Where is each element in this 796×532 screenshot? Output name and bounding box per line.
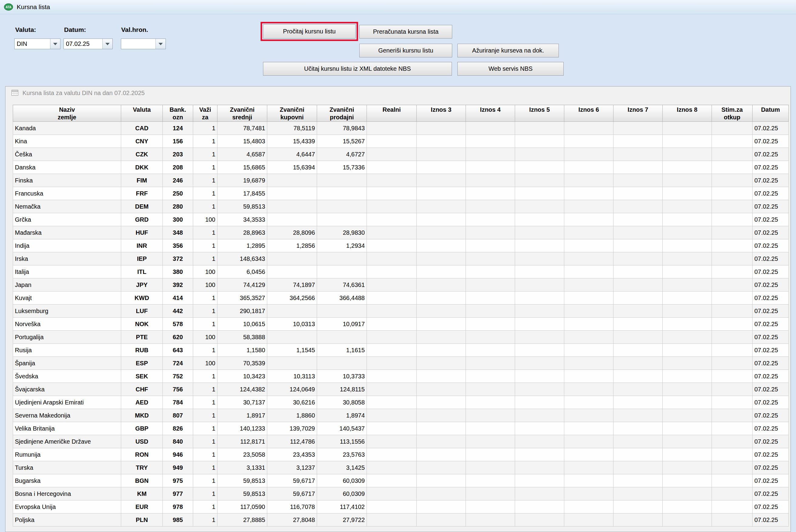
cell-iznos-8[interactable] [663, 461, 712, 474]
cell-iznos-6[interactable] [564, 279, 613, 291]
cell-zvanicni-srednji[interactable]: 10,0615 [217, 318, 267, 331]
cell-bank-ozn[interactable]: 414 [163, 291, 193, 305]
cell-iznos-7[interactable] [613, 291, 663, 305]
cell-iznos-5[interactable] [515, 461, 564, 474]
cell-stim-za-otkup[interactable] [712, 461, 753, 474]
cell-stim-za-otkup[interactable] [712, 122, 753, 135]
cell-iznos-3[interactable] [417, 291, 466, 305]
table-row[interactable]: IrskaIEP3721148,634307.02.25 [13, 252, 789, 265]
table-row[interactable]: GrčkaGRD30010034,353307.02.25 [13, 213, 789, 226]
cell-naziv-zemlje[interactable]: Rumunija [13, 448, 121, 461]
cell-iznos-8[interactable] [663, 252, 712, 265]
cell-bank-ozn[interactable]: 840 [163, 435, 193, 448]
cell-naziv-zemlje[interactable]: Finska [13, 174, 121, 187]
cell-naziv-zemlje[interactable]: Francuska [13, 187, 121, 200]
cell-zvanicni-srednji[interactable]: 27,8885 [217, 513, 267, 527]
cell-realni[interactable] [367, 148, 417, 161]
cell-iznos-6[interactable] [564, 448, 613, 461]
col-header-vazi-za[interactable]: Važi za [193, 105, 217, 122]
cell-bank-ozn[interactable]: 807 [163, 409, 193, 422]
cell-iznos-7[interactable] [613, 357, 663, 370]
cell-bank-ozn[interactable]: 348 [163, 226, 193, 239]
cell-iznos-6[interactable] [564, 435, 613, 448]
table-row[interactable]: IndijaINR35611,28951,28561,293407.02.25 [13, 239, 789, 252]
cell-iznos-4[interactable] [466, 448, 515, 461]
cell-realni[interactable] [367, 370, 417, 383]
cell-iznos-6[interactable] [564, 409, 613, 422]
cell-iznos-4[interactable] [466, 500, 515, 513]
cell-iznos-6[interactable] [564, 265, 613, 279]
cell-datum[interactable]: 07.02.25 [753, 435, 789, 448]
cell-naziv-zemlje[interactable]: Kanada [13, 122, 121, 135]
cell-vazi-za[interactable]: 1 [193, 435, 217, 448]
cell-iznos-3[interactable] [417, 252, 466, 265]
cell-naziv-zemlje[interactable]: Norveška [13, 318, 121, 331]
cell-naziv-zemlje[interactable]: Indija [13, 239, 121, 252]
col-header-datum[interactable]: Datum [753, 105, 789, 122]
cell-iznos-6[interactable] [564, 370, 613, 383]
cell-iznos-5[interactable] [515, 487, 564, 500]
cell-iznos-5[interactable] [515, 279, 564, 291]
cell-datum[interactable]: 07.02.25 [753, 396, 789, 409]
cell-bank-ozn[interactable]: 372 [163, 252, 193, 265]
cell-iznos-3[interactable] [417, 435, 466, 448]
web-servis-nbs-button[interactable]: Web servis NBS [457, 62, 564, 76]
cell-iznos-5[interactable] [515, 252, 564, 265]
cell-iznos-8[interactable] [663, 318, 712, 331]
table-row[interactable]: ŠvedskaSEK752110,342310,311310,373307.02… [13, 370, 789, 383]
cell-realni[interactable] [367, 331, 417, 344]
cell-realni[interactable] [367, 487, 417, 500]
col-header-iznos-7[interactable]: Iznos 7 [613, 105, 663, 122]
cell-naziv-zemlje[interactable]: Grčka [13, 213, 121, 226]
cell-iznos-5[interactable] [515, 265, 564, 279]
cell-stim-za-otkup[interactable] [712, 187, 753, 200]
cell-bank-ozn[interactable]: 826 [163, 422, 193, 435]
cell-iznos-6[interactable] [564, 213, 613, 226]
cell-valuta[interactable]: PTE [121, 331, 163, 344]
cell-stim-za-otkup[interactable] [712, 344, 753, 357]
cell-bank-ozn[interactable]: 756 [163, 383, 193, 396]
cell-iznos-4[interactable] [466, 174, 515, 187]
cell-iznos-3[interactable] [417, 135, 466, 148]
cell-vazi-za[interactable]: 1 [193, 187, 217, 200]
cell-zvanicni-prodajni[interactable]: 113,1556 [317, 435, 367, 448]
cell-iznos-5[interactable] [515, 331, 564, 344]
cell-naziv-zemlje[interactable]: Irska [13, 252, 121, 265]
cell-datum[interactable]: 07.02.25 [753, 148, 789, 161]
cell-iznos-8[interactable] [663, 409, 712, 422]
cell-stim-za-otkup[interactable] [712, 500, 753, 513]
cell-zvanicni-prodajni[interactable]: 74,6361 [317, 279, 367, 291]
cell-stim-za-otkup[interactable] [712, 161, 753, 174]
cell-vazi-za[interactable]: 1 [193, 344, 217, 357]
cell-valuta[interactable]: EUR [121, 500, 163, 513]
cell-valuta[interactable]: IEP [121, 252, 163, 265]
cell-zvanicni-prodajni[interactable]: 15,5267 [317, 135, 367, 148]
cell-bank-ozn[interactable]: 946 [163, 448, 193, 461]
cell-bank-ozn[interactable]: 280 [163, 200, 193, 213]
cell-datum[interactable]: 07.02.25 [753, 474, 789, 487]
cell-stim-za-otkup[interactable] [712, 226, 753, 239]
cell-zvanicni-prodajni[interactable] [317, 357, 367, 370]
cell-datum[interactable]: 07.02.25 [753, 305, 789, 318]
cell-iznos-7[interactable] [613, 239, 663, 252]
cell-zvanicni-prodajni[interactable]: 28,9830 [317, 226, 367, 239]
cell-realni[interactable] [367, 461, 417, 474]
cell-iznos-6[interactable] [564, 318, 613, 331]
cell-iznos-5[interactable] [515, 135, 564, 148]
cell-zvanicni-srednji[interactable]: 78,7481 [217, 122, 267, 135]
table-row[interactable]: PortugalijaPTE62010058,388807.02.25 [13, 331, 789, 344]
cell-vazi-za[interactable]: 1 [193, 474, 217, 487]
cell-iznos-4[interactable] [466, 383, 515, 396]
cell-iznos-5[interactable] [515, 122, 564, 135]
cell-stim-za-otkup[interactable] [712, 331, 753, 344]
cell-zvanicni-prodajni[interactable]: 60,0309 [317, 474, 367, 487]
table-row[interactable]: Evropska UnijaEUR9781117,0590116,7078117… [13, 500, 789, 513]
cell-stim-za-otkup[interactable] [712, 422, 753, 435]
cell-naziv-zemlje[interactable]: Švedska [13, 370, 121, 383]
cell-vazi-za[interactable]: 1 [193, 513, 217, 527]
cell-zvanicni-kupovni[interactable]: 10,0313 [267, 318, 317, 331]
cell-iznos-6[interactable] [564, 357, 613, 370]
cell-zvanicni-kupovni[interactable] [267, 265, 317, 279]
cell-realni[interactable] [367, 422, 417, 435]
table-row[interactable]: BugarskaBGN975159,851359,671760,030907.0… [13, 474, 789, 487]
